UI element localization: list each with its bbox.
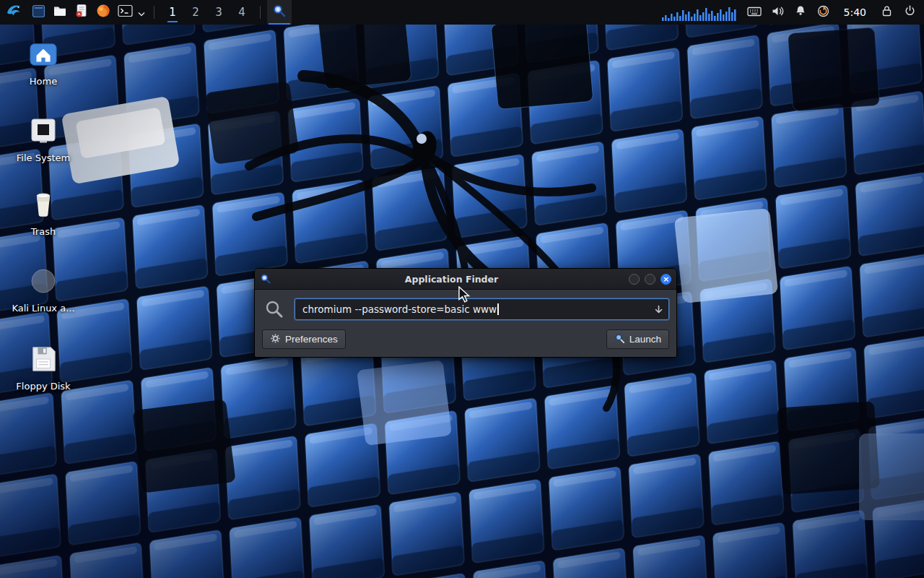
- gear-icon: [270, 333, 281, 346]
- desktop-icon-label: Trash: [31, 226, 56, 237]
- window-icon: [32, 4, 45, 21]
- chevron-down-icon: [138, 6, 145, 20]
- home-icon: [28, 38, 58, 71]
- workspace-1[interactable]: 1: [161, 0, 184, 25]
- launch-button-label: Launch: [629, 334, 661, 345]
- desktop-icon-label: Kali Linux a...: [12, 303, 74, 314]
- logout-button[interactable]: [898, 0, 921, 25]
- kali-dragon-icon: [5, 2, 22, 22]
- desktop-icon-label: File System: [17, 152, 70, 163]
- update-status-button[interactable]: [812, 0, 835, 25]
- volume-button[interactable]: [766, 0, 789, 25]
- text-caret: [497, 303, 499, 315]
- command-input[interactable]: chromium --password-store=basic www: [295, 298, 669, 320]
- panel-separator: [260, 6, 261, 19]
- update-status-icon: [817, 5, 829, 20]
- minimize-button[interactable]: [629, 274, 640, 285]
- terminal-icon: [118, 4, 133, 20]
- audio-visualizer[interactable]: [658, 0, 743, 25]
- applications-menu-button[interactable]: [0, 0, 27, 25]
- file-system-icon: [30, 114, 57, 147]
- application-finder-icon: [272, 4, 287, 21]
- launcher-terminal-button[interactable]: [114, 0, 136, 25]
- panel-tray: 5:40: [658, 0, 921, 25]
- terminal-dropdown-button[interactable]: [136, 0, 147, 25]
- volume-icon: [771, 5, 784, 20]
- kali-docs-icon: [29, 264, 58, 298]
- launch-button[interactable]: Launch: [606, 329, 669, 349]
- launcher-firefox-button[interactable]: [92, 0, 114, 25]
- desktop-icon-label: Home: [30, 76, 57, 87]
- power-icon: [904, 4, 916, 20]
- history-dropdown-arrow-icon[interactable]: [654, 299, 663, 319]
- floppy-disk-icon: [28, 342, 58, 376]
- keyboard-indicator-button[interactable]: [743, 0, 766, 25]
- lock-icon: [881, 4, 893, 20]
- workspace-2[interactable]: 2: [184, 0, 207, 25]
- window-buttons: ×: [629, 274, 671, 285]
- keyboard-icon: [747, 5, 762, 20]
- desktop-icon-kali-docs[interactable]: Kali Linux a...: [7, 264, 79, 314]
- top-panel: 1 2 3 4: [0, 0, 924, 25]
- application-finder-icon: [260, 273, 274, 285]
- notifications-button[interactable]: [789, 0, 812, 25]
- panel-separator: [154, 6, 154, 19]
- search-icon: [262, 299, 287, 319]
- bell-icon: [794, 4, 807, 20]
- lock-screen-button[interactable]: [875, 0, 898, 25]
- button-row: Preferences Launch: [262, 329, 669, 349]
- preferences-button[interactable]: Preferences: [262, 329, 346, 349]
- launcher-file-manager-button[interactable]: [49, 0, 71, 25]
- window-title: Application Finder: [274, 274, 629, 285]
- mouse-cursor: [458, 286, 471, 306]
- firefox-icon: [96, 4, 110, 21]
- workspace-4[interactable]: 4: [230, 0, 253, 25]
- text-editor-icon: [74, 4, 89, 21]
- taskbar-application-finder-button[interactable]: [267, 0, 292, 25]
- preferences-button-label: Preferences: [285, 334, 338, 345]
- launch-icon: [614, 333, 625, 346]
- desktop-icon-floppy-disk[interactable]: Floppy Disk: [7, 342, 79, 392]
- workspace-pager: 1 2 3 4: [161, 0, 253, 25]
- launcher-window-button[interactable]: [27, 0, 49, 25]
- trash-icon: [27, 188, 59, 221]
- desktop-icon-trash[interactable]: Trash: [7, 188, 79, 237]
- desktop-icon-file-system[interactable]: File System: [7, 114, 79, 163]
- workspace-3[interactable]: 3: [207, 0, 230, 25]
- launcher-text-editor-button[interactable]: [71, 0, 92, 25]
- desktop-icon-home[interactable]: Home: [7, 38, 79, 87]
- desktop: 1 2 3 4: [0, 0, 924, 578]
- clock[interactable]: 5:40: [835, 7, 875, 18]
- maximize-button[interactable]: [645, 274, 655, 285]
- close-button[interactable]: ×: [661, 274, 671, 285]
- file-manager-icon: [53, 4, 67, 21]
- application-finder-window: Application Finder × chromium --password…: [254, 268, 677, 358]
- desktop-icon-label: Floppy Disk: [16, 381, 70, 392]
